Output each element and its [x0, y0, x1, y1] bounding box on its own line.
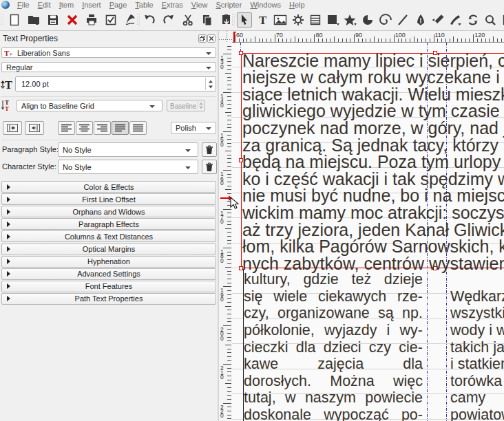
paragraph-style-label: Paragraph Style: — [2, 145, 59, 153]
undo-icon[interactable] — [142, 12, 157, 28]
text-properties-panel: Text Properties T F Liberation Sans Regu… — [0, 31, 218, 421]
first-line-indent-button[interactable] — [3, 121, 22, 135]
menu-scripter[interactable]: Scripter — [212, 0, 246, 10]
section-columns-text-distances[interactable]: Columns & Text Distances — [1, 230, 216, 242]
section-orphans-and-widows[interactable]: Orphans and Widows — [1, 206, 216, 217]
ruler-tick — [453, 36, 454, 42]
ruler-tick — [223, 364, 231, 365]
menu-edit[interactable]: Edit — [34, 0, 55, 10]
panel-float-button[interactable] — [198, 34, 207, 43]
cut-icon[interactable] — [180, 12, 196, 28]
paragraph-style-combo[interactable]: No Style — [58, 142, 198, 157]
ruler-origin[interactable] — [219, 31, 232, 43]
section-label: Columns & Text Distances — [65, 233, 153, 241]
insert-calligraphic-line-icon[interactable] — [448, 12, 463, 28]
menu-table[interactable]: Table — [131, 0, 157, 10]
insert-shape-icon[interactable] — [326, 12, 341, 28]
ruler-number: 180 — [220, 250, 227, 263]
section-hyphenation[interactable]: Hyphenation — [1, 256, 216, 268]
menu-insert[interactable]: Insert — [78, 0, 105, 10]
section-path-text-properties[interactable]: Path Text Properties — [1, 293, 216, 305]
redo-icon[interactable] — [161, 12, 176, 28]
language-combo[interactable]: Polish — [171, 122, 216, 134]
remove-paragraph-style-button[interactable] — [202, 142, 217, 157]
insert-spiral-icon[interactable] — [378, 12, 393, 28]
rotate-item-icon[interactable] — [465, 12, 481, 28]
ruler-tick — [227, 391, 231, 392]
insert-image-frame-icon[interactable] — [273, 12, 288, 28]
new-document-icon[interactable] — [7, 12, 22, 28]
ruler-tick — [227, 263, 231, 264]
section-advanced-settings[interactable]: Advanced Settings — [1, 268, 216, 280]
insert-freehand-line-icon[interactable] — [430, 12, 445, 28]
insert-render-frame-icon[interactable] — [291, 12, 306, 28]
ruler-tick — [227, 333, 231, 334]
text-line: powiatow — [450, 408, 504, 421]
vertical-ruler[interactable]: 130140150160170180190200210220 — [219, 43, 232, 421]
align-force-justify-button[interactable] — [129, 121, 147, 135]
text-line: za granicą. Są jednak tacy, którzy pr — [242, 137, 504, 154]
remove-character-style-button[interactable] — [202, 160, 217, 174]
ruler-number: 200 — [220, 327, 227, 341]
panel-title: Text Properties — [3, 34, 58, 43]
insert-line-icon[interactable] — [395, 12, 410, 28]
horizontal-ruler[interactable]: 60708090100110120 — [232, 31, 504, 43]
ruler-tick — [227, 155, 231, 155]
menu-windows[interactable]: Windows — [246, 0, 285, 10]
page[interactable]: Nareszcie mamy lipiec i sierpień, czniej… — [232, 43, 504, 421]
edit-contents-icon[interactable]: T — [501, 12, 504, 28]
menu-item[interactable]: Item — [55, 0, 78, 10]
menu-page[interactable]: Page — [105, 0, 132, 10]
section-first-line-offset[interactable]: First Line Offset — [1, 193, 216, 205]
print-document-icon[interactable] — [84, 12, 99, 28]
ruler-tick — [227, 376, 231, 376]
menu-view[interactable]: View — [187, 0, 212, 10]
font-size-spinner[interactable] — [205, 78, 215, 90]
insert-arc-icon[interactable] — [360, 12, 375, 28]
line-spacing-mode-combo[interactable]: Align to Baseline Grid — [17, 100, 162, 111]
font-style-combo[interactable]: Regular — [1, 62, 216, 72]
menu-file[interactable]: File — [13, 0, 34, 10]
ruler-tick — [227, 329, 231, 330]
paragraph-indent-button[interactable] — [25, 121, 44, 135]
zoom-icon[interactable] — [483, 12, 498, 28]
ruler-number: 160 — [220, 172, 227, 185]
align-center-button[interactable] — [76, 121, 93, 135]
insert-text-frame-icon[interactable]: T — [255, 12, 271, 28]
align-right-button[interactable] — [94, 121, 111, 135]
font-size-spinbox[interactable]: 12.00 pt — [15, 76, 216, 91]
section-color-effects[interactable]: Color & Effects — [1, 181, 216, 193]
section-optical-margins[interactable]: Optical Margins — [1, 244, 216, 255]
font-family-icon: T F — [4, 49, 14, 57]
open-document-icon[interactable] — [26, 12, 41, 28]
select-item-icon[interactable] — [237, 12, 252, 28]
ruler-tick — [350, 39, 350, 42]
ruler-tick — [465, 39, 466, 42]
insert-table-icon[interactable] — [308, 12, 323, 28]
save-document-icon[interactable] — [45, 12, 61, 28]
text-line: kultury, gdzie też dzieje — [244, 272, 423, 288]
chevron-down-icon — [149, 105, 155, 108]
ruler-tick — [227, 310, 231, 310]
menu-extras[interactable]: Extras — [158, 0, 187, 10]
menu-help[interactable]: Help — [285, 0, 309, 10]
ruler-tick — [227, 61, 231, 62]
align-justify-button[interactable] — [112, 121, 129, 135]
ruler-tick — [227, 380, 231, 380]
font-family-combo[interactable]: T F Liberation Sans — [1, 47, 216, 58]
align-left-button[interactable] — [58, 121, 75, 135]
insert-bezier-icon[interactable] — [413, 12, 428, 28]
ruler-tick — [493, 36, 494, 42]
chevron-down-icon — [185, 149, 191, 152]
save-as-pdf-icon[interactable] — [123, 12, 138, 28]
character-style-combo[interactable]: No Style — [58, 160, 198, 174]
panel-close-button[interactable] — [207, 34, 216, 43]
preflight-verifier-icon[interactable] — [103, 12, 118, 28]
ruler-tick — [227, 352, 231, 353]
close-document-icon[interactable] — [65, 12, 80, 28]
canvas-area[interactable]: 60708090100110120 1301401501601701801902… — [219, 31, 504, 421]
insert-polygon-icon[interactable] — [343, 12, 358, 28]
section-paragraph-effects[interactable]: Paragraph Effects — [1, 218, 216, 230]
copy-icon[interactable] — [200, 12, 215, 28]
section-font-features[interactable]: Font Features — [1, 281, 216, 292]
